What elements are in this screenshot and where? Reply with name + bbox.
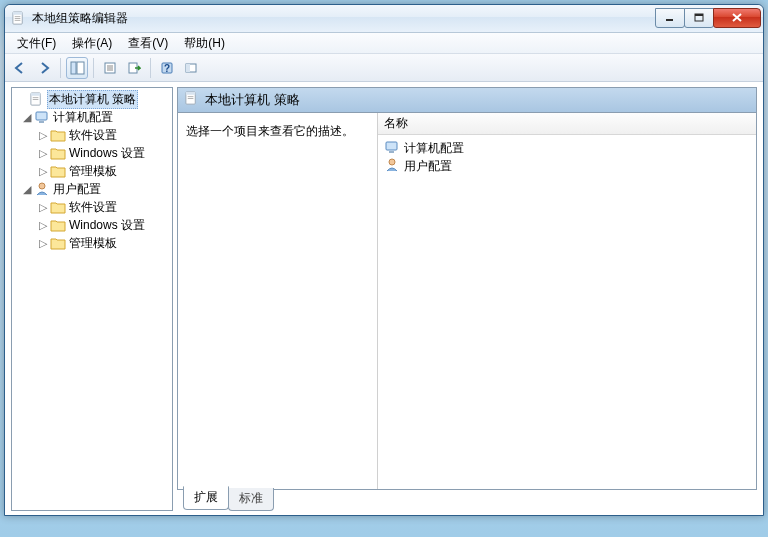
tree-node-user[interactable]: ◢ 用户配置 [12, 180, 172, 198]
folder-icon [50, 145, 66, 161]
toolbar: ? [5, 54, 763, 82]
content-area: 选择一个项目来查看它的描述。 名称 计算机配置 用户配置 [177, 113, 757, 490]
list-item-label: 计算机配置 [404, 140, 464, 157]
tab-label: 扩展 [194, 490, 218, 504]
tree-node-software[interactable]: ▷ 软件设置 [12, 198, 172, 216]
folder-icon [50, 199, 66, 215]
help-button[interactable]: ? [156, 57, 178, 79]
scroll-icon [28, 91, 44, 107]
tree-view[interactable]: 本地计算机 策略 ◢ 计算机配置 ▷ 软件设置 ▷ Windows 设置 ▷ 管… [11, 87, 173, 511]
titlebar[interactable]: 本地组策略编辑器 [5, 5, 763, 33]
tree-label: 本地计算机 策略 [47, 90, 138, 109]
app-icon [11, 11, 27, 27]
folder-icon [50, 235, 66, 251]
tree-label: 软件设置 [69, 199, 117, 216]
description-prompt: 选择一个项目来查看它的描述。 [186, 123, 369, 140]
computer-icon [34, 109, 50, 125]
toolbar-divider [150, 58, 151, 78]
tree-label: 管理模板 [69, 163, 117, 180]
tab-extended[interactable]: 扩展 [183, 486, 229, 510]
tree-label: 用户配置 [53, 181, 101, 198]
svg-rect-20 [186, 64, 190, 72]
forward-button[interactable] [33, 57, 55, 79]
gpedit-window: 本地组策略编辑器 文件(F) 操作(A) 查看(V) 帮助(H) ? 本地计算机… [4, 4, 764, 516]
svg-rect-1 [13, 11, 22, 14]
user-icon [384, 157, 400, 176]
close-button[interactable] [713, 8, 761, 28]
svg-point-34 [389, 159, 395, 165]
tree-node-windows[interactable]: ▷ Windows 设置 [12, 144, 172, 162]
view-tabs: 扩展 标准 [177, 489, 757, 511]
svg-rect-10 [71, 62, 76, 74]
user-icon [34, 181, 50, 197]
window-buttons [656, 9, 761, 28]
tree-label: 软件设置 [69, 127, 117, 144]
folder-icon [50, 217, 66, 233]
back-button[interactable] [9, 57, 31, 79]
svg-text:?: ? [164, 63, 170, 74]
filter-button[interactable] [180, 57, 202, 79]
collapse-icon[interactable]: ◢ [20, 183, 34, 196]
menu-help[interactable]: 帮助(H) [176, 33, 233, 54]
details-title: 本地计算机 策略 [205, 91, 300, 109]
folder-icon [50, 127, 66, 143]
expand-icon[interactable]: ▷ [36, 147, 50, 160]
svg-rect-33 [389, 151, 394, 153]
menubar: 文件(F) 操作(A) 查看(V) 帮助(H) [5, 33, 763, 54]
tree-node-templates[interactable]: ▷ 管理模板 [12, 234, 172, 252]
window-title: 本地组策略编辑器 [32, 10, 656, 27]
column-label: 名称 [384, 115, 408, 132]
tab-label: 标准 [239, 491, 263, 505]
computer-icon [384, 139, 400, 158]
svg-rect-29 [186, 92, 195, 95]
svg-rect-25 [36, 112, 47, 120]
expand-icon[interactable]: ▷ [36, 201, 50, 214]
tree-node-windows[interactable]: ▷ Windows 设置 [12, 216, 172, 234]
description-pane: 选择一个项目来查看它的描述。 [178, 113, 378, 489]
list-item-label: 用户配置 [404, 158, 452, 175]
list-item-computer[interactable]: 计算机配置 [384, 139, 750, 157]
show-hide-tree-button[interactable] [66, 57, 88, 79]
tree-node-computer[interactable]: ◢ 计算机配置 [12, 108, 172, 126]
folder-icon [50, 163, 66, 179]
tree-label: Windows 设置 [69, 217, 145, 234]
list-pane: 名称 计算机配置 用户配置 [378, 113, 756, 489]
toolbar-divider [93, 58, 94, 78]
list-item-user[interactable]: 用户配置 [384, 157, 750, 175]
export-list-button[interactable] [123, 57, 145, 79]
properties-button[interactable] [99, 57, 121, 79]
svg-rect-11 [77, 62, 84, 74]
details-pane: 本地计算机 策略 选择一个项目来查看它的描述。 名称 计算机配置 [177, 87, 757, 511]
expand-icon[interactable]: ▷ [36, 165, 50, 178]
menu-action[interactable]: 操作(A) [64, 33, 120, 54]
details-header: 本地计算机 策略 [177, 87, 757, 113]
menu-file[interactable]: 文件(F) [9, 33, 64, 54]
list-items: 计算机配置 用户配置 [378, 135, 756, 179]
toolbar-divider [60, 58, 61, 78]
svg-rect-22 [30, 92, 39, 95]
svg-point-27 [39, 183, 45, 189]
expand-icon[interactable]: ▷ [36, 219, 50, 232]
collapse-icon[interactable]: ◢ [20, 111, 34, 124]
column-header-name[interactable]: 名称 [378, 113, 756, 135]
tree-node-templates[interactable]: ▷ 管理模板 [12, 162, 172, 180]
svg-rect-26 [39, 121, 44, 123]
expand-icon[interactable]: ▷ [36, 129, 50, 142]
tree-label: 管理模板 [69, 235, 117, 252]
tree-node-software[interactable]: ▷ 软件设置 [12, 126, 172, 144]
tree-label: 计算机配置 [53, 109, 113, 126]
menu-view[interactable]: 查看(V) [120, 33, 176, 54]
scroll-icon [184, 91, 199, 109]
svg-rect-32 [386, 142, 397, 150]
tree-label: Windows 设置 [69, 145, 145, 162]
maximize-button[interactable] [684, 8, 714, 28]
expand-icon[interactable]: ▷ [36, 237, 50, 250]
tab-standard[interactable]: 标准 [228, 488, 274, 511]
tree-root[interactable]: 本地计算机 策略 [12, 90, 172, 108]
minimize-button[interactable] [655, 8, 685, 28]
